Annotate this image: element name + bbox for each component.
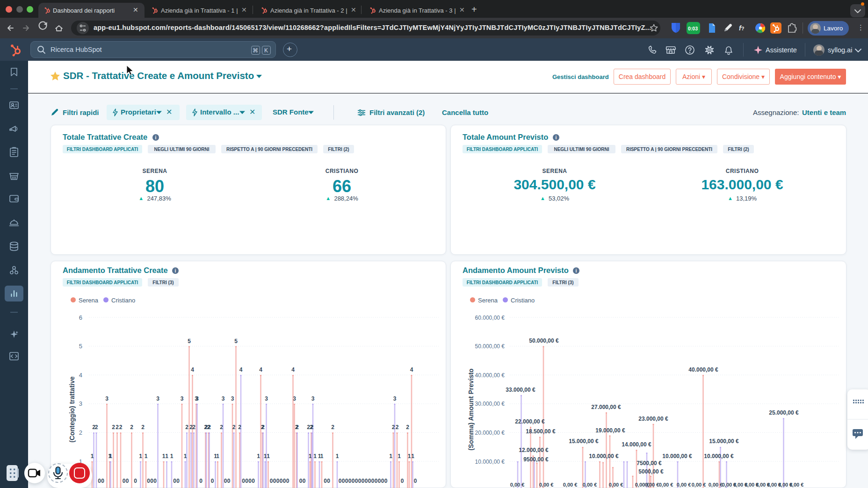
svg-text:0: 0 bbox=[371, 478, 375, 484]
svg-text:1: 1 bbox=[257, 453, 260, 459]
svg-text:7500,00 €: 7500,00 € bbox=[637, 460, 662, 466]
svg-text:0,00 €: 0,00 € bbox=[563, 482, 578, 488]
svg-text:20.000,00 €: 20.000,00 € bbox=[475, 430, 505, 436]
svg-text:0: 0 bbox=[348, 478, 352, 484]
svg-text:1: 1 bbox=[313, 453, 317, 459]
svg-text:0: 0 bbox=[270, 478, 273, 484]
svg-text:0: 0 bbox=[345, 478, 348, 484]
svg-text:2: 2 bbox=[220, 424, 223, 431]
svg-text:0: 0 bbox=[327, 478, 330, 484]
svg-text:0: 0 bbox=[375, 478, 378, 484]
svg-text:2: 2 bbox=[331, 424, 334, 431]
svg-text:0: 0 bbox=[126, 478, 129, 484]
svg-text:0,00 €: 0,00 € bbox=[789, 482, 804, 488]
svg-text:0: 0 bbox=[276, 478, 280, 484]
svg-text:0: 0 bbox=[211, 478, 214, 484]
svg-text:0: 0 bbox=[401, 478, 404, 484]
svg-text:3: 3 bbox=[293, 395, 296, 402]
svg-text:50.000,00 €: 50.000,00 € bbox=[529, 337, 559, 344]
svg-text:0: 0 bbox=[358, 478, 362, 484]
svg-text:30.000,00 €: 30.000,00 € bbox=[475, 401, 505, 407]
svg-text:3: 3 bbox=[222, 395, 225, 402]
svg-text:0,00 €: 0,00 € bbox=[583, 482, 597, 488]
svg-text:19.000,00 €: 19.000,00 € bbox=[595, 427, 625, 434]
svg-text:9500,00 €: 9500,00 € bbox=[523, 456, 549, 463]
svg-text:2: 2 bbox=[311, 424, 314, 431]
svg-text:0: 0 bbox=[150, 478, 153, 484]
svg-text:0,00 €: 0,00 € bbox=[692, 482, 706, 488]
svg-text:4: 4 bbox=[291, 366, 295, 373]
svg-text:1: 1 bbox=[336, 453, 339, 459]
svg-text:0: 0 bbox=[352, 478, 355, 484]
svg-text:3: 3 bbox=[105, 395, 108, 402]
svg-text:27.000,00 €: 27.000,00 € bbox=[591, 404, 621, 410]
svg-text:0: 0 bbox=[245, 478, 248, 484]
svg-text:1: 1 bbox=[109, 453, 112, 459]
svg-text:3: 3 bbox=[156, 395, 159, 402]
svg-text:0: 0 bbox=[342, 478, 345, 484]
svg-text:0: 0 bbox=[252, 478, 255, 484]
svg-text:1: 1 bbox=[184, 453, 187, 459]
svg-text:0: 0 bbox=[153, 478, 157, 484]
svg-text:1: 1 bbox=[267, 453, 270, 459]
svg-text:5000,00 €: 5000,00 € bbox=[638, 468, 664, 475]
svg-text:0: 0 bbox=[355, 478, 358, 484]
svg-text:0,00 €: 0,00 € bbox=[539, 482, 554, 488]
svg-text:0: 0 bbox=[365, 478, 368, 484]
svg-text:1: 1 bbox=[145, 453, 148, 459]
svg-text:0: 0 bbox=[173, 478, 176, 484]
svg-text:2: 2 bbox=[238, 424, 241, 431]
svg-text:33.000,00 €: 33.000,00 € bbox=[506, 387, 535, 393]
svg-text:10.000,00 €: 10.000,00 € bbox=[475, 459, 505, 465]
svg-text:2: 2 bbox=[130, 424, 133, 431]
svg-text:18.500,00 €: 18.500,00 € bbox=[526, 428, 556, 435]
svg-text:3: 3 bbox=[79, 400, 82, 407]
svg-text:40.000,00 €: 40.000,00 € bbox=[688, 366, 718, 373]
svg-text:0: 0 bbox=[339, 478, 342, 484]
svg-text:2: 2 bbox=[392, 424, 395, 431]
svg-text:50.000,00 €: 50.000,00 € bbox=[475, 343, 505, 350]
svg-text:10.000,00 €: 10.000,00 € bbox=[589, 453, 619, 459]
svg-text:5: 5 bbox=[79, 343, 82, 350]
svg-text:0: 0 bbox=[381, 478, 384, 484]
svg-text:0,00 €: 0,00 € bbox=[677, 482, 691, 488]
svg-text:4: 4 bbox=[410, 366, 413, 373]
svg-text:0: 0 bbox=[176, 478, 180, 484]
svg-text:4: 4 bbox=[79, 372, 82, 379]
svg-text:1: 1 bbox=[320, 453, 324, 459]
svg-text:2: 2 bbox=[119, 424, 123, 431]
svg-text:0: 0 bbox=[303, 478, 306, 484]
svg-text:5: 5 bbox=[188, 338, 191, 344]
svg-text:2: 2 bbox=[406, 424, 409, 431]
svg-text:1: 1 bbox=[398, 453, 401, 459]
svg-text:1: 1 bbox=[408, 453, 411, 459]
svg-text:3: 3 bbox=[181, 395, 184, 402]
svg-text:0,00 €: 0,00 € bbox=[645, 482, 659, 488]
svg-text:0: 0 bbox=[199, 478, 203, 484]
svg-text:0: 0 bbox=[286, 478, 289, 484]
svg-text:0,00 €: 0,00 € bbox=[659, 482, 673, 488]
svg-text:0: 0 bbox=[273, 478, 276, 484]
svg-text:0: 0 bbox=[384, 478, 388, 484]
svg-text:0: 0 bbox=[242, 478, 245, 484]
svg-text:0: 0 bbox=[414, 478, 417, 484]
svg-text:2: 2 bbox=[296, 424, 299, 431]
svg-text:4: 4 bbox=[191, 366, 194, 373]
svg-text:6: 6 bbox=[79, 314, 82, 321]
svg-text:2: 2 bbox=[208, 424, 211, 431]
svg-text:0: 0 bbox=[362, 478, 365, 484]
svg-text:1: 1 bbox=[91, 453, 94, 459]
svg-text:1: 1 bbox=[389, 453, 392, 459]
svg-text:5: 5 bbox=[234, 338, 238, 344]
svg-text:0: 0 bbox=[134, 478, 137, 484]
svg-text:0: 0 bbox=[368, 478, 371, 484]
svg-text:3: 3 bbox=[231, 395, 234, 402]
svg-text:4: 4 bbox=[239, 366, 243, 373]
svg-text:3: 3 bbox=[311, 395, 315, 402]
svg-text:22.000,00 €: 22.000,00 € bbox=[515, 418, 545, 425]
svg-text:10.000,00 €: 10.000,00 € bbox=[662, 453, 692, 459]
svg-text:0,00 €: 0,00 € bbox=[609, 482, 623, 488]
svg-text:2: 2 bbox=[185, 424, 188, 431]
svg-text:0: 0 bbox=[283, 478, 286, 484]
svg-text:2: 2 bbox=[79, 429, 82, 436]
